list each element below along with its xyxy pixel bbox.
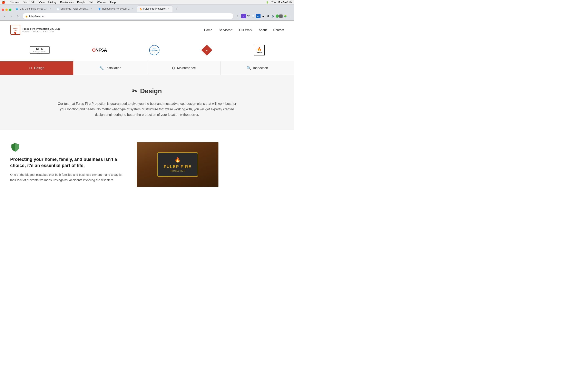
ext-puzzle[interactable]: 📄 [251,14,256,18]
nav-contact[interactable]: Contact [273,28,284,32]
svg-text:Engineers: Engineers [37,53,42,54]
tab-close-fulep[interactable]: × [167,7,170,10]
logo-tagline: PROTECTION AT ITS FULLEST [22,30,60,33]
menu-edit[interactable]: Edit [31,1,35,4]
forward-button[interactable]: › [9,13,14,19]
fire-sign-flame: 🔥 [164,157,191,163]
address-input[interactable]: 🔒 fulepfire.com [22,13,233,19]
nfpa-box: 🔥 NFPA [254,45,265,55]
protection-text-block: Protecting your home, family, and busine… [10,142,125,183]
menu-history[interactable]: History [48,1,57,4]
fire-sign-text: FULEP FIRE [164,164,191,169]
website-content: Fulep Fire Fulep Fire Protection Co. LLC… [0,21,294,195]
logo-svg: Fulep Fire [10,25,20,35]
toolbar-icons: ☆ ✏ 🛡 📄 m ☁ ⚙ 🔊 🧩 ⋮ [235,13,292,19]
svg-text:Society of Fire Protection: Society of Fire Protection [34,51,46,52]
tab-installation[interactable]: 🔧 Installation [73,61,147,75]
menu-tab[interactable]: Tab [89,1,94,4]
ext-m[interactable]: m [256,14,260,18]
url-display: fulepfire.com [29,15,231,18]
tab-title-prismic: prismic.io - Gati Consulting LL… [61,7,89,10]
back-button[interactable]: ‹ [2,13,7,19]
partner-aicc: AICC CERTIFIED ▲ [149,44,159,56]
menu-window[interactable]: Window [97,1,107,4]
ext-square-gray[interactable] [279,15,283,18]
tab-honeycomb[interactable]: 🔷 Responsive Honeycomb Grid … × [96,6,137,12]
reload-button[interactable]: ↻ [16,13,21,19]
design-section-icon: ✂ [132,87,137,95]
protection-heading: Protecting your home, family, and busine… [10,156,125,169]
ext-cloud[interactable]: ☁ [261,14,265,18]
tab-prismic[interactable]: 📄 prismic.io - Gati Consulting LL… × [55,6,95,12]
ext-speaker[interactable]: 🔊 [271,14,275,18]
design-content-section: ✂ Design Our team at Fulep Fire Protecti… [0,75,294,130]
new-tab-button[interactable]: + [174,6,180,12]
tab-bar: 🌐 Gati Consulting | Web Design &… × 📄 pr… [0,4,294,12]
menu-bookmarks[interactable]: Bookmarks [60,1,73,4]
nav-about[interactable]: About [259,28,267,32]
ext-puzzle-piece[interactable]: 🧩 [283,14,287,18]
ext-pencil[interactable]: ✏ [241,14,246,18]
svg-text:SFPE: SFPE [36,47,43,50]
bookmark-button[interactable]: ☆ [235,13,241,19]
nav-links: Home Services ▾ Our Work About Contact [204,28,284,32]
close-window-button[interactable] [2,8,4,11]
tab-favicon-prismic: 📄 [57,7,60,10]
tab-inspection[interactable]: 🔍 Inspection [221,61,294,75]
design-label: Design [34,66,44,70]
design-section-title: ✂ Design [8,87,286,95]
tab-close-prismic[interactable]: × [90,7,93,10]
svg-text:Fire: Fire [14,30,17,31]
site-navigation: Fulep Fire Fulep Fire Protection Co. LLC… [0,21,294,39]
menu-view[interactable]: View [39,1,45,4]
nav-our-work[interactable]: Our Work [239,28,252,32]
ext-menu[interactable]: ⋮ [288,14,292,18]
nav-services[interactable]: Services ▾ [219,28,233,32]
battery-icon: 🔋 [266,1,269,4]
apple-menu[interactable]: 🍎 [2,1,5,4]
design-section-description: Our team at Fulep Fire Protection is gua… [55,101,239,118]
tab-close-gati[interactable]: × [49,7,52,10]
tab-title-honeycomb: Responsive Honeycomb Grid … [102,7,130,10]
ext-shield[interactable]: 🛡 [246,14,251,18]
clock: Mon 5:42 PM [278,1,292,4]
onfsa-logo-text: ONFSA [92,48,107,53]
design-icon: ✂ [29,66,32,70]
macos-menubar: 🍎 Chrome File Edit View History Bookmark… [0,0,294,4]
menu-help[interactable]: Help [110,1,116,4]
tab-fulep[interactable]: 🔥 Fulep Fire Protection × [137,6,173,12]
battery-level: 31% [271,1,276,4]
tab-title-fulep: Fulep Fire Protection [143,7,166,10]
maximize-window-button[interactable] [9,8,11,11]
menu-file[interactable]: File [23,1,27,4]
partner-sfpe: SFPE Society of Fire Protection Engineer… [29,44,50,56]
site-logo: Fulep Fire Fulep Fire Protection Co. LLC… [10,25,60,35]
tab-maintenance[interactable]: ⚙ Maintenance [147,61,221,75]
design-section-heading: Design [140,87,162,95]
tab-close-honeycomb[interactable]: × [131,7,134,10]
ext-gear[interactable]: ⚙ [266,14,270,18]
service-tabs: ✂ Design 🔧 Installation ⚙ Maintenance 🔍 … [0,61,294,75]
protection-image: 🔥 FULEP FIRE PROTECTION [137,142,218,187]
nav-home[interactable]: Home [204,28,212,32]
menu-people[interactable]: People [77,1,85,4]
tab-gati[interactable]: 🌐 Gati Consulting | Web Design &… × [13,6,54,12]
nfpa-label: NFPA [257,51,262,53]
partner-nfpa: 🔥 NFPA [254,44,265,56]
nfpa-flame-icon: 🔥 [257,47,261,51]
protection-section: Protecting your home, family, and busine… [0,130,294,195]
inspection-label: Inspection [253,66,268,70]
tab-design[interactable]: ✂ Design [0,61,73,75]
logo-brand-name: Fulep Fire Protection Co. LLC [22,27,60,30]
svg-text:Fulep: Fulep [13,27,17,29]
menubar-right: 🔋 31% Mon 5:42 PM [266,1,292,4]
tab-favicon-honeycomb: 🔷 [98,7,101,10]
logo-text: Fulep Fire Protection Co. LLC PROTECTION… [22,27,60,33]
shield-icon-wrap [10,142,20,152]
browser-chrome: 🌐 Gati Consulting | Web Design &… × 📄 pr… [0,4,294,21]
menu-chrome[interactable]: Chrome [9,1,19,4]
services-chevron-icon: ▾ [231,29,233,31]
ext-circle-green[interactable] [276,15,279,18]
aicc-circle: AICC CERTIFIED ▲ [149,45,159,55]
minimize-window-button[interactable] [5,8,8,11]
